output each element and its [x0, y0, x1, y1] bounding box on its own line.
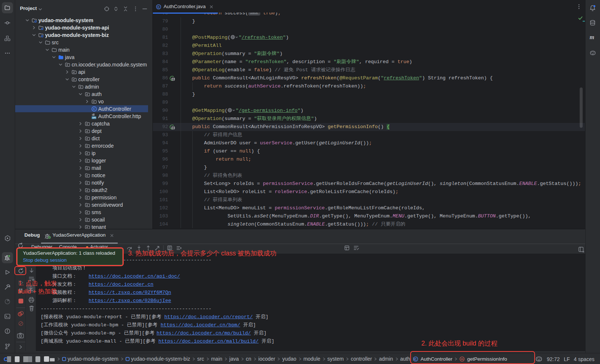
svg-text:C: C [93, 107, 96, 111]
svg-text:API: API [92, 117, 96, 119]
svg-text:C: C [157, 5, 160, 9]
